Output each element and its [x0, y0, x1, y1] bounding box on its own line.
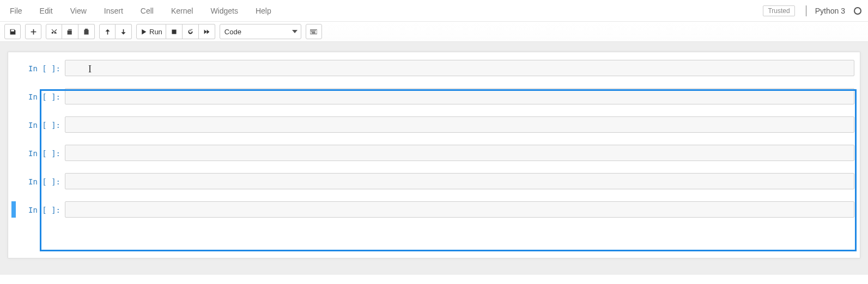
code-input[interactable]	[65, 116, 854, 133]
svg-rect-5	[314, 30, 315, 30]
cell-type-select[interactable]: Code	[220, 24, 301, 39]
input-prompt: In [ ]:	[16, 88, 65, 104]
menubar-right: Trusted Python 3	[763, 5, 864, 16]
code-input[interactable]	[65, 145, 854, 161]
page-background: In [ ]: I In [ ]: In [ ]: In [ ]: In [ ]…	[0, 42, 868, 275]
svg-rect-7	[311, 31, 312, 32]
svg-rect-4	[313, 30, 314, 30]
svg-rect-9	[313, 31, 314, 32]
code-cell[interactable]: In [ ]:	[8, 199, 860, 220]
cell-select-marker	[11, 173, 16, 189]
menu-kernel[interactable]: Kernel	[162, 0, 202, 22]
stop-icon	[171, 28, 178, 35]
kernel-separator	[806, 5, 806, 16]
restart-run-all-button[interactable]	[199, 24, 215, 39]
save-button[interactable]	[4, 24, 21, 39]
svg-rect-0	[172, 29, 176, 34]
svg-rect-8	[312, 31, 313, 32]
text-cursor-icon: I	[88, 64, 92, 75]
restart-icon	[187, 28, 194, 35]
input-prompt: In [ ]:	[16, 116, 65, 133]
move-down-button[interactable]	[116, 24, 132, 39]
menu-cell[interactable]: Cell	[132, 0, 162, 22]
input-prompt: In [ ]:	[16, 201, 65, 218]
code-cell[interactable]: In [ ]: I	[8, 58, 860, 78]
svg-rect-6	[315, 30, 315, 30]
code-cell[interactable]: In [ ]:	[8, 143, 860, 163]
code-input[interactable]	[65, 88, 854, 104]
keyboard-icon	[310, 28, 317, 35]
arrow-up-icon	[104, 28, 111, 35]
run-button[interactable]: Run	[136, 24, 166, 39]
cut-button[interactable]	[46, 24, 62, 39]
menu-edit[interactable]: Edit	[31, 0, 62, 22]
svg-rect-3	[312, 30, 313, 30]
code-input[interactable]	[65, 201, 854, 218]
menubar: File Edit View Insert Cell Kernel Widget…	[0, 0, 868, 22]
play-icon	[140, 28, 147, 35]
menu-widgets[interactable]: Widgets	[202, 0, 247, 22]
move-up-button[interactable]	[99, 24, 116, 39]
cell-select-marker	[11, 201, 16, 218]
svg-rect-10	[314, 31, 315, 32]
copy-button[interactable]	[62, 24, 78, 39]
notebook-container: In [ ]: I In [ ]: In [ ]: In [ ]: In [ ]…	[8, 52, 860, 258]
code-input[interactable]	[65, 173, 854, 189]
menu-view[interactable]: View	[62, 0, 95, 22]
trusted-indicator[interactable]: Trusted	[763, 5, 794, 16]
toolbar: Run Code	[0, 22, 868, 42]
menu-help[interactable]: Help	[247, 0, 280, 22]
input-prompt: In [ ]:	[16, 145, 65, 161]
copy-icon	[66, 28, 74, 35]
menubar-left: File Edit View Insert Cell Kernel Widget…	[4, 0, 280, 22]
cell-select-marker	[11, 60, 16, 76]
code-cell[interactable]: In [ ]:	[8, 114, 860, 135]
cell-select-marker	[11, 88, 16, 104]
run-button-label: Run	[149, 28, 162, 36]
cell-select-marker	[11, 116, 16, 133]
input-prompt: In [ ]:	[16, 173, 65, 189]
kernel-idle-icon[interactable]	[854, 7, 861, 15]
menu-insert[interactable]: Insert	[95, 0, 132, 22]
multi-cell-selection-box	[40, 89, 857, 251]
scissors-icon	[51, 28, 58, 35]
fast-forward-icon	[203, 28, 210, 35]
menu-file[interactable]: File	[4, 0, 31, 22]
input-prompt: In [ ]:	[16, 60, 65, 76]
save-icon	[9, 28, 16, 35]
code-input[interactable]: I	[65, 60, 854, 76]
cell-select-marker	[11, 145, 16, 161]
code-cell[interactable]: In [ ]:	[8, 171, 860, 192]
arrow-down-icon	[120, 28, 127, 35]
restart-button[interactable]	[183, 24, 199, 39]
code-cell[interactable]: In [ ]:	[8, 86, 860, 107]
plus-icon	[30, 28, 37, 35]
svg-rect-11	[312, 32, 316, 33]
interrupt-button[interactable]	[166, 24, 183, 39]
paste-icon	[83, 28, 90, 35]
paste-button[interactable]	[78, 24, 95, 39]
command-palette-button[interactable]	[306, 24, 322, 39]
svg-rect-2	[311, 30, 312, 30]
kernel-name[interactable]: Python 3	[815, 7, 845, 15]
insert-cell-below-button[interactable]	[25, 24, 41, 39]
